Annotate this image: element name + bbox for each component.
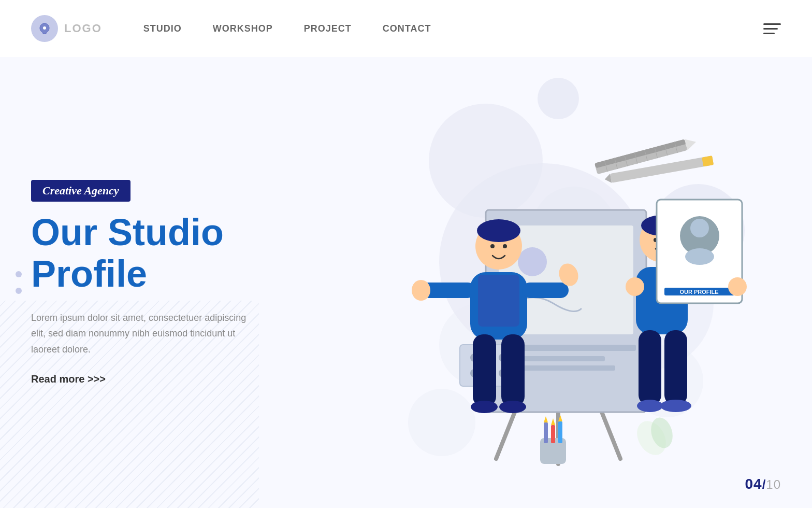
svg-marker-38 xyxy=(544,416,548,422)
hamburger-line-1 xyxy=(763,23,781,25)
navbar: LOGO STUDIO WORKSHOP PROJECT CONTACT xyxy=(0,0,812,57)
hamburger-menu[interactable] xyxy=(763,23,781,34)
hero-title-line2: Profile xyxy=(31,253,147,294)
svg-point-72 xyxy=(626,277,644,296)
svg-rect-55 xyxy=(501,334,525,407)
dot-1 xyxy=(16,271,22,277)
svg-point-52 xyxy=(412,280,430,301)
hero-illustration: OUR PROFILE xyxy=(346,96,771,469)
svg-rect-58 xyxy=(478,275,519,327)
svg-point-76 xyxy=(637,400,663,412)
creative-badge: Creative Agency xyxy=(31,180,130,202)
hero-title: Our Studio Profile xyxy=(31,212,269,294)
nav-project[interactable]: PROJECT xyxy=(304,23,352,34)
svg-point-56 xyxy=(471,401,498,413)
hamburger-line-3 xyxy=(763,33,775,34)
nav-studio[interactable]: STUDIO xyxy=(143,23,182,34)
svg-point-25 xyxy=(518,247,547,276)
svg-rect-75 xyxy=(664,330,687,405)
hero-description: Lorem ipsum dolor sit amet, consectetuer… xyxy=(31,310,249,358)
main-content: Creative Agency Our Studio Profile Lorem… xyxy=(0,57,812,508)
nav-contact[interactable]: CONTACT xyxy=(383,23,431,34)
read-more-link[interactable]: Read more >>> xyxy=(31,373,106,385)
svg-point-77 xyxy=(660,400,691,412)
svg-point-48 xyxy=(490,244,495,248)
svg-text:OUR PROFILE: OUR PROFILE xyxy=(679,289,718,295)
logo-area: LOGO xyxy=(31,15,102,42)
svg-rect-74 xyxy=(639,330,661,405)
page-counter: 04/10 xyxy=(745,476,781,492)
svg-rect-54 xyxy=(473,334,496,407)
svg-rect-51 xyxy=(522,283,569,298)
page-total: 10 xyxy=(766,477,781,491)
right-panel: OUR PROFILE xyxy=(300,57,812,508)
dot-2 xyxy=(16,288,22,294)
hero-title-line1: Our Studio xyxy=(31,211,224,253)
nav-links: STUDIO WORKSHOP PROJECT CONTACT xyxy=(143,23,763,34)
svg-point-73 xyxy=(728,277,747,296)
nav-workshop[interactable]: WORKSHOP xyxy=(213,23,273,34)
svg-rect-37 xyxy=(544,422,548,443)
svg-rect-41 xyxy=(558,421,562,443)
svg-point-47 xyxy=(477,219,520,242)
svg-marker-40 xyxy=(551,418,555,425)
left-panel: Creative Agency Our Studio Profile Lorem… xyxy=(0,159,300,405)
svg-rect-18 xyxy=(702,156,714,166)
svg-point-57 xyxy=(499,401,526,413)
svg-point-68 xyxy=(690,219,709,237)
svg-rect-39 xyxy=(551,425,555,443)
page-current: 04 xyxy=(745,476,762,492)
svg-point-0 xyxy=(43,26,46,30)
svg-line-20 xyxy=(496,407,517,459)
svg-point-69 xyxy=(685,248,714,265)
side-dots xyxy=(16,271,22,294)
hamburger-line-2 xyxy=(763,28,778,30)
svg-point-49 xyxy=(503,244,507,248)
svg-line-21 xyxy=(600,407,620,459)
logo-text: LOGO xyxy=(64,22,102,35)
logo-icon xyxy=(31,15,58,42)
